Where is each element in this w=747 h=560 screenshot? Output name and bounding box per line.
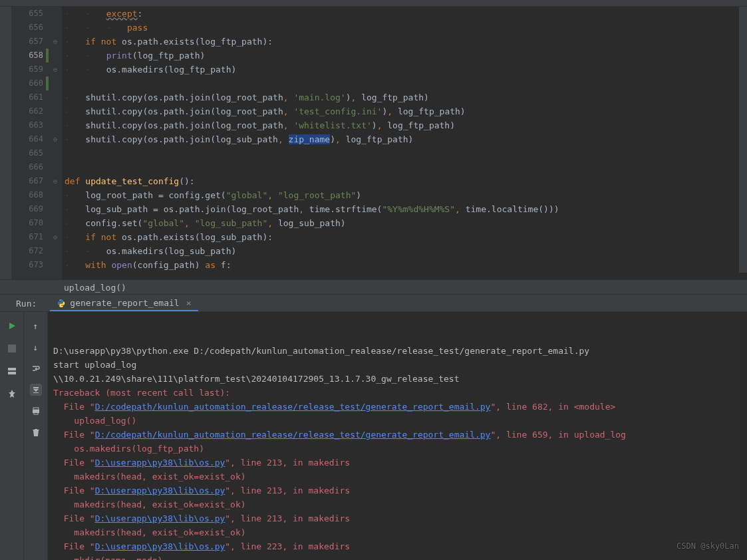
window-top-bar [0, 0, 747, 7]
line-number: 659 [12, 63, 43, 76]
line-number-gutter: 6556566576586596606616626636646656666676… [12, 7, 49, 279]
code-line[interactable]: · · except: [65, 7, 747, 21]
trash-icon[interactable] [30, 426, 42, 438]
soft-wrap-icon[interactable] [30, 362, 42, 374]
fold-toggle-icon[interactable]: ⊖ [49, 174, 62, 188]
console-output[interactable]: D:\userapp\py38\python.exe D:/codepath/k… [48, 312, 747, 560]
layout-button[interactable] [6, 365, 18, 377]
vcs-change-marker[interactable] [46, 49, 49, 63]
console-line: upload_log() [53, 414, 747, 428]
code-line[interactable] [65, 146, 747, 160]
line-number: 661 [12, 90, 43, 104]
fold-toggle-icon [49, 244, 62, 258]
code-editor[interactable]: · · except:· · · pass· if not os.path.ex… [62, 7, 747, 279]
code-line[interactable]: · if not os.path.exists(log_ftp_path): [65, 35, 747, 49]
console-line: mkdir(name, mode) [53, 553, 747, 560]
code-line[interactable]: · shutil.copy(os.path.join(log_root_path… [65, 90, 747, 104]
code-line[interactable]: · shutil.copy(os.path.join(log_root_path… [65, 104, 747, 118]
stop-button[interactable] [6, 343, 18, 354]
svg-point-1 [63, 306, 63, 307]
line-number: 663 [12, 118, 43, 132]
fold-toggle-icon [49, 216, 62, 230]
line-number: 673 [12, 258, 43, 272]
scroll-to-end-icon[interactable] [30, 384, 42, 396]
code-line[interactable]: · if not os.path.exists(log_sub_path): [65, 230, 747, 244]
svg-rect-5 [33, 408, 39, 410]
fold-toggle-icon[interactable]: ⊖ [49, 132, 62, 146]
fold-toggle-icon [49, 76, 62, 90]
console-line: File "D:\userapp\py38\lib\os.py", line 2… [53, 456, 747, 470]
gutter-fold-marks[interactable]: ⊖⊖⊖⊖⊖ [49, 7, 62, 279]
code-line[interactable]: · with open(config_path) as f: [65, 258, 747, 272]
console-line: File "D:/codepath/kunlun_automation_real… [53, 400, 747, 414]
pin-button[interactable] [6, 388, 18, 400]
line-number: 656 [12, 21, 43, 35]
line-number: 671 [12, 230, 43, 244]
run-secondary-toolbar: ↑ ↓ [24, 312, 48, 560]
fold-toggle-icon[interactable]: ⊖ [49, 63, 62, 76]
code-line[interactable]: · · · pass [65, 21, 747, 35]
print-icon[interactable] [30, 405, 42, 417]
fold-toggle-icon [49, 202, 62, 216]
svg-rect-3 [8, 368, 16, 370]
watermark: CSDN @sky0Lan [676, 539, 739, 553]
fold-toggle-icon [49, 188, 62, 202]
run-label: Run: [16, 299, 37, 311]
console-line: D:\userapp\py38\python.exe D:/codepath/k… [53, 344, 747, 358]
close-icon[interactable]: × [186, 298, 192, 308]
fold-toggle-icon [49, 49, 62, 63]
svg-rect-4 [8, 372, 16, 374]
code-line[interactable]: · config.set("global", "log_sub_path", l… [65, 216, 747, 230]
line-number: 669 [12, 202, 43, 216]
line-number: 668 [12, 188, 43, 202]
fold-toggle-icon [49, 258, 62, 272]
console-line: makedirs(head, exist_ok=exist_ok) [53, 525, 747, 539]
fold-toggle-icon [49, 146, 62, 160]
breadcrumb-text: upload_log() [64, 283, 126, 293]
editor-scrollbar[interactable] [739, 7, 747, 273]
fold-toggle-icon [49, 21, 62, 35]
code-line[interactable] [65, 160, 747, 174]
line-number: 667 [12, 174, 43, 188]
down-arrow-icon[interactable]: ↓ [30, 341, 42, 353]
line-number: 660 [12, 76, 43, 90]
line-number: 664 [12, 132, 43, 146]
svg-rect-2 [8, 345, 16, 352]
up-arrow-icon[interactable]: ↑ [30, 320, 42, 332]
fold-toggle-icon [49, 104, 62, 118]
line-number: 670 [12, 216, 43, 230]
python-icon [57, 299, 66, 308]
console-line: File "D:\userapp\py38\lib\os.py", line 2… [53, 484, 747, 497]
fold-toggle-icon [49, 160, 62, 174]
console-line: File "D:/codepath/kunlun_automation_real… [53, 428, 747, 442]
left-activity-bar[interactable] [0, 7, 12, 279]
code-line[interactable]: · log_sub_path = os.path.join(log_root_p… [65, 202, 747, 216]
code-line[interactable]: def update_test_config(): [65, 174, 747, 188]
code-line[interactable]: · · os.makedirs(log_sub_path) [65, 244, 747, 258]
rerun-button[interactable] [6, 320, 18, 332]
code-line[interactable]: · log_root_path = config.get("global", "… [65, 188, 747, 202]
console-line: File "D:\userapp\py38\lib\os.py", line 2… [53, 511, 747, 525]
fold-toggle-icon [49, 90, 62, 104]
console-line: os.makedirs(log_ftp_path) [53, 442, 747, 456]
line-number: 666 [12, 160, 43, 174]
code-line[interactable] [65, 76, 747, 90]
code-line[interactable]: · · print(log_ftp_path) [65, 49, 747, 63]
run-config-tab[interactable]: generate_report_email × [50, 296, 198, 311]
fold-toggle-icon [49, 7, 62, 21]
console-line: Traceback (most recent call last): [53, 386, 747, 400]
line-number: 658 [12, 49, 43, 63]
code-line[interactable]: · · os.makedirs(log_ftp_path) [65, 63, 747, 76]
console-line: makedirs(head, exist_ok=exist_ok) [53, 470, 747, 484]
line-number: 665 [12, 146, 43, 160]
code-line[interactable]: · shutil.copy(os.path.join(log_root_path… [65, 118, 747, 132]
run-primary-toolbar [0, 312, 24, 560]
run-tab-label: generate_report_email [70, 298, 179, 308]
fold-toggle-icon[interactable]: ⊖ [49, 230, 62, 244]
breadcrumb[interactable]: upload_log() [0, 279, 747, 295]
console-line: start upload_log [53, 358, 747, 372]
vcs-change-marker[interactable] [46, 76, 49, 90]
fold-toggle-icon[interactable]: ⊖ [49, 35, 62, 49]
console-line: \\10.0.21.249\share\111\platform_test\20… [53, 372, 747, 386]
code-line[interactable]: · shutil.copy(os.path.join(log_sub_path,… [65, 132, 747, 146]
